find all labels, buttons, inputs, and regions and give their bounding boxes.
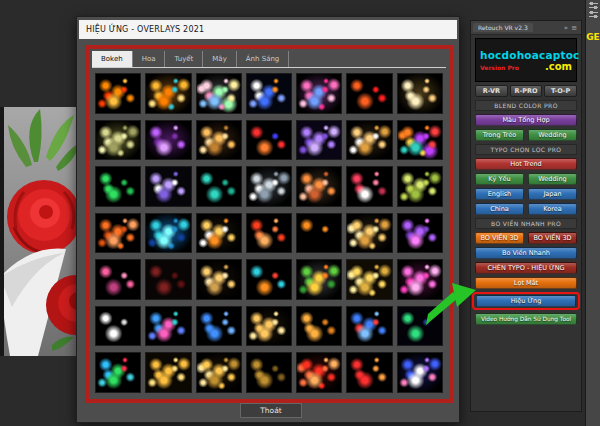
photoshop-workspace: HIỆU ỨNG - OVERLAYS 2021 BokehHoaTuyếtMâ…	[0, 0, 600, 426]
ad-banner[interactable]: hocdohoacaptoc Version Pro .com	[475, 38, 577, 82]
panel-button[interactable]: Japan	[528, 188, 577, 200]
section-header: BO VIỀN NHANH PRO	[475, 218, 577, 229]
panel-button[interactable]: Lọt Mắt	[475, 277, 577, 289]
roses-illustration	[4, 107, 80, 356]
overlay-thumbnail[interactable]	[96, 214, 140, 253]
mode-tab[interactable]: T-O-P	[544, 85, 577, 97]
overlay-thumbnail[interactable]	[146, 121, 190, 160]
overlay-thumbnail[interactable]	[146, 260, 190, 299]
overlay-thumbnail[interactable]	[297, 353, 341, 392]
panel-dock-strip: GE	[585, 0, 600, 426]
panel-mode-tabs: R-VRR-PROT-O-P	[475, 85, 577, 97]
sliders-icon[interactable]	[589, 2, 598, 9]
annotation-highlight-button-box: Hiệu Ứng	[472, 292, 580, 310]
overlay-thumbnail[interactable]	[146, 353, 190, 392]
overlay-thumbnail[interactable]	[247, 74, 291, 113]
overlay-thumbnail[interactable]	[96, 167, 140, 206]
overlay-thumbnail[interactable]	[197, 167, 241, 206]
annotation-highlight-box: BokehHoaTuyếtMâyÁnh Sáng	[85, 45, 453, 403]
overlay-thumbnail[interactable]	[146, 167, 190, 206]
panel-button[interactable]: China	[475, 203, 524, 215]
tab-item[interactable]: Bokeh	[92, 51, 133, 67]
overlay-thumbnail[interactable]	[347, 121, 391, 160]
section-header: TYPO CHỌN LỌC PRO	[475, 144, 577, 155]
ad-line1: hocdohoacaptoc	[480, 49, 572, 61]
overlay-thumbnail[interactable]	[247, 353, 291, 392]
button-row: ChinaKorea	[475, 203, 577, 215]
overlay-thumbnail[interactable]	[247, 167, 291, 206]
overlay-thumbnail[interactable]	[297, 121, 341, 160]
overlay-thumbnail[interactable]	[347, 260, 391, 299]
panel-button[interactable]: Bo Viền Nhanh	[475, 247, 577, 259]
annotation-arrow	[426, 281, 482, 327]
panel-button[interactable]: Video Hướng Dẫn Sử Dụng Tool	[475, 313, 577, 325]
panel-button[interactable]: Wedding	[528, 129, 577, 141]
overlay-thumbnail[interactable]	[297, 167, 341, 206]
panel-button[interactable]: Màu Tổng Hợp	[475, 114, 577, 126]
collapse-panel-icon[interactable]: »	[564, 24, 568, 32]
mode-tab[interactable]: R-PRO	[510, 85, 543, 97]
overlay-thumbnail[interactable]	[146, 307, 190, 346]
panel-menu-icon[interactable]: ≡	[571, 24, 577, 32]
panel-button[interactable]: English	[475, 188, 524, 200]
overlay-thumbnail[interactable]	[96, 121, 140, 160]
mode-tab[interactable]: R-VR	[475, 85, 508, 97]
overlay-thumbnail[interactable]	[197, 74, 241, 113]
overlay-thumbnail[interactable]	[96, 74, 140, 113]
panel-button[interactable]: Hiệu Ứng	[476, 295, 576, 307]
overlay-thumbnail[interactable]	[197, 353, 241, 392]
overlay-thumbnail[interactable]	[347, 353, 391, 392]
retouch-panel: Retouch VR v2.3 » ≡ hocdohoacaptoc Versi…	[470, 20, 582, 412]
button-row: Trong TrẻoWedding	[475, 129, 577, 141]
panel-button[interactable]: CHÈN TYPO - HIỆU ỨNG	[475, 262, 577, 274]
overlay-thumbnail[interactable]	[247, 260, 291, 299]
overlay-thumbnail[interactable]	[347, 214, 391, 253]
button-row: Hot Trend	[475, 158, 577, 170]
overlay-thumbnail[interactable]	[398, 74, 442, 113]
panel-button[interactable]: Trong Trẻo	[475, 129, 524, 141]
overlay-thumbnail[interactable]	[398, 214, 442, 253]
overlay-thumbnail[interactable]	[297, 214, 341, 253]
dock-tab-ge[interactable]: GE	[586, 32, 600, 42]
panel-button[interactable]: Wedding	[528, 173, 577, 185]
panel-button[interactable]: Korea	[528, 203, 577, 215]
overlay-thumbnail[interactable]	[96, 307, 140, 346]
button-row: Kỷ YếuWedding	[475, 173, 577, 185]
overlay-thumbnail[interactable]	[146, 214, 190, 253]
overlay-thumbnail[interactable]	[197, 214, 241, 253]
tab-item[interactable]: Hoa	[133, 51, 166, 67]
adjust-icon[interactable]	[589, 11, 598, 18]
button-row: EnglishJapan	[475, 188, 577, 200]
ad-version-label: Version Pro	[480, 64, 519, 71]
overlay-thumbnail[interactable]	[197, 260, 241, 299]
overlay-thumbnail[interactable]	[146, 74, 190, 113]
overlay-thumbnail[interactable]	[197, 307, 241, 346]
exit-button[interactable]: Thoát	[240, 403, 302, 418]
overlay-thumbnail[interactable]	[247, 121, 291, 160]
overlay-thumbnail[interactable]	[398, 353, 442, 392]
button-row: CHÈN TYPO - HIỆU ỨNG	[475, 262, 577, 274]
dialog-title-bar[interactable]: HIỆU ỨNG - OVERLAYS 2021	[79, 20, 457, 39]
overlay-thumbnail[interactable]	[398, 121, 442, 160]
panel-sections: BLEND COLOR PROMàu Tổng HợpTrong TrẻoWed…	[471, 100, 581, 325]
panel-button[interactable]: BO VIỀN 3D	[528, 232, 577, 244]
overlay-thumbnail[interactable]	[398, 167, 442, 206]
overlay-thumbnail[interactable]	[297, 307, 341, 346]
tab-item[interactable]: Mây	[203, 51, 236, 67]
overlay-thumbnail[interactable]	[247, 307, 291, 346]
overlay-thumbnail[interactable]	[347, 307, 391, 346]
overlay-thumbnail[interactable]	[96, 353, 140, 392]
panel-button[interactable]: Kỷ Yếu	[475, 173, 524, 185]
panel-button[interactable]: Hot Trend	[475, 158, 577, 170]
overlay-thumbnail[interactable]	[347, 167, 391, 206]
panel-button[interactable]: BO VIỀN 3D	[475, 232, 524, 244]
overlay-thumbnail[interactable]	[297, 74, 341, 113]
overlay-thumbnail[interactable]	[197, 121, 241, 160]
overlay-thumbnail[interactable]	[297, 260, 341, 299]
overlay-thumbnail[interactable]	[96, 260, 140, 299]
tab-item[interactable]: Ánh Sáng	[237, 51, 290, 67]
tab-item[interactable]: Tuyết	[165, 51, 203, 67]
overlay-thumbnail[interactable]	[347, 74, 391, 113]
overlay-thumbnail[interactable]	[247, 214, 291, 253]
panel-header: Retouch VR v2.3 » ≡	[471, 21, 581, 35]
